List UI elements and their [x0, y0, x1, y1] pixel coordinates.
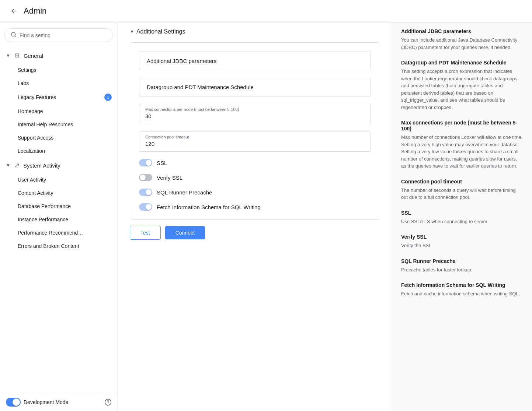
- help-entry-1-title: Datagroup and PDT Maintenance Schedule: [401, 60, 523, 66]
- connection-pool-timeout-label: Connection pool timeout: [145, 135, 365, 139]
- main-layout: ▼ ⚙ General Settings Labs Legacy Feature…: [0, 22, 532, 411]
- dev-mode-toggle[interactable]: [6, 398, 21, 407]
- datagroup-pdt-button[interactable]: Datagroup and PDT Maintenance Schedule: [139, 78, 371, 96]
- search-box: [4, 28, 113, 42]
- help-entry-0: Additional JDBC parameters You can inclu…: [401, 28, 523, 51]
- sql-runner-precache-toggle-label: SQL Runner Precache: [157, 189, 212, 196]
- sidebar-item-support-access[interactable]: Support Access: [0, 131, 118, 144]
- help-entry-7: Fetch Information Schema for SQL Writing…: [401, 282, 523, 298]
- help-entry-3-desc: The number of seconds a query will wait …: [401, 187, 523, 201]
- sidebar-item-legacy-features[interactable]: Legacy Features 1: [0, 90, 118, 105]
- verify-ssl-toggle-label: Verify SSL: [157, 175, 182, 181]
- trending-up-icon: ↗: [14, 161, 20, 169]
- connection-pool-timeout-field: Connection pool timeout 120: [139, 131, 371, 152]
- help-entry-5: Verify SSL Verify the SSL: [401, 234, 523, 249]
- sidebar-item-localization[interactable]: Localization: [0, 144, 118, 158]
- help-entry-6-title: SQL Runner Precache: [401, 258, 523, 264]
- back-button[interactable]: [9, 6, 19, 16]
- test-button[interactable]: Test: [130, 226, 161, 240]
- svg-point-0: [11, 32, 15, 36]
- fetch-info-schema-toggle[interactable]: [139, 203, 152, 211]
- verify-ssl-toggle[interactable]: [139, 174, 152, 181]
- help-icon-button[interactable]: [104, 398, 112, 406]
- gear-icon: ⚙: [14, 52, 20, 60]
- help-entry-2-desc: Max number of connections Looker will al…: [401, 134, 523, 170]
- help-entry-4-desc: Use SSL/TLS when connecting to server: [401, 218, 523, 225]
- sidebar-item-performance-recommend[interactable]: Performance Recommend…: [0, 226, 118, 239]
- sidebar-item-homepage[interactable]: Homepage: [0, 105, 118, 118]
- sidebar-item-internal-help-resources[interactable]: Internal Help Resources: [0, 118, 118, 131]
- bottom-bar: Development Mode: [0, 393, 118, 411]
- section-title: ▼ Additional Settings: [130, 28, 380, 35]
- help-entry-0-title: Additional JDBC parameters: [401, 28, 523, 34]
- search-container: [0, 22, 118, 48]
- connect-button[interactable]: Connect: [165, 226, 205, 239]
- jdbc-params-button[interactable]: Additional JDBC parameters: [139, 52, 371, 70]
- help-entry-3-title: Connection pool timeout: [401, 179, 523, 185]
- sidebar-section-system-activity-label: System Activity: [23, 162, 60, 169]
- help-entry-1: Datagroup and PDT Maintenance Schedule T…: [401, 60, 523, 111]
- ssl-toggle[interactable]: [139, 159, 152, 166]
- ssl-toggle-label: SSL: [157, 160, 167, 166]
- help-entry-7-desc: Fetch and cache information schema when …: [401, 290, 523, 298]
- ssl-toggle-row: SSL: [139, 159, 371, 166]
- page-title: Admin: [24, 6, 46, 16]
- dev-mode-label: Development Mode: [24, 399, 101, 405]
- sidebar-item-instance-performance[interactable]: Instance Performance: [0, 213, 118, 226]
- legacy-features-badge: 1: [104, 94, 112, 101]
- sql-runner-precache-toggle[interactable]: [139, 189, 152, 196]
- sidebar-item-settings[interactable]: Settings: [0, 63, 118, 77]
- help-panel: Additional JDBC parameters You can inclu…: [392, 22, 532, 411]
- sidebar-section-general-label: General: [24, 53, 43, 59]
- sidebar-item-labs[interactable]: Labs: [0, 77, 118, 90]
- sidebar-item-database-performance[interactable]: Database Performance: [0, 200, 118, 213]
- help-entry-3: Connection pool timeout The number of se…: [401, 179, 523, 201]
- sidebar-item-errors-broken-content[interactable]: Errors and Broken Content: [0, 239, 118, 253]
- search-icon: [11, 32, 17, 39]
- header: Admin: [0, 0, 532, 22]
- form-area: Additional JDBC parameters Datagroup and…: [130, 42, 380, 411]
- max-connections-label: Max connections per node (must be betwee…: [145, 107, 365, 112]
- help-entry-6: SQL Runner Precache Precache tables for …: [401, 258, 523, 274]
- chevron-down-icon: ▼: [6, 53, 10, 58]
- sidebar-section-system-activity[interactable]: ▼ ↗ System Activity: [0, 158, 118, 173]
- help-entry-4-title: SSL: [401, 210, 523, 216]
- help-entry-5-desc: Verify the SSL: [401, 242, 523, 249]
- help-entry-2-title: Max connections per node (must be betwee…: [401, 120, 523, 131]
- content-area: ▼ Additional Settings Additional JDBC pa…: [118, 22, 392, 411]
- max-connections-value[interactable]: 30: [145, 113, 365, 119]
- chevron-down-icon-2: ▼: [6, 163, 10, 168]
- help-entry-6-desc: Precache tables for faster lookup.: [401, 266, 523, 274]
- connection-pool-timeout-value[interactable]: 120: [145, 141, 365, 147]
- search-input[interactable]: [20, 32, 107, 38]
- verify-ssl-toggle-row: Verify SSL: [139, 174, 371, 181]
- help-entry-4: SSL Use SSL/TLS when connecting to serve…: [401, 210, 523, 225]
- sidebar-item-user-activity[interactable]: User Activity: [0, 173, 118, 186]
- fetch-info-schema-toggle-row: Fetch Information Schema for SQL Writing: [139, 203, 371, 211]
- form-card: Additional JDBC parameters Datagroup and…: [130, 42, 380, 220]
- help-entry-2: Max connections per node (must be betwee…: [401, 120, 523, 170]
- help-entry-5-title: Verify SSL: [401, 234, 523, 240]
- sidebar: ▼ ⚙ General Settings Labs Legacy Feature…: [0, 22, 118, 411]
- footer-buttons: Test Connect: [130, 220, 380, 247]
- section-chevron-icon: ▼: [130, 29, 134, 34]
- help-entry-1-desc: This setting accepts a cron expression t…: [401, 68, 523, 111]
- nav-list: ▼ ⚙ General Settings Labs Legacy Feature…: [0, 48, 118, 393]
- fetch-info-schema-toggle-label: Fetch Information Schema for SQL Writing: [157, 204, 261, 210]
- help-entry-7-title: Fetch Information Schema for SQL Writing: [401, 282, 523, 288]
- sql-runner-precache-toggle-row: SQL Runner Precache: [139, 189, 371, 196]
- max-connections-field: Max connections per node (must be betwee…: [139, 104, 371, 124]
- sidebar-item-content-activity[interactable]: Content Activity: [0, 186, 118, 200]
- sidebar-section-general[interactable]: ▼ ⚙ General: [0, 48, 118, 63]
- help-entry-0-desc: You can include additional Java Database…: [401, 36, 523, 51]
